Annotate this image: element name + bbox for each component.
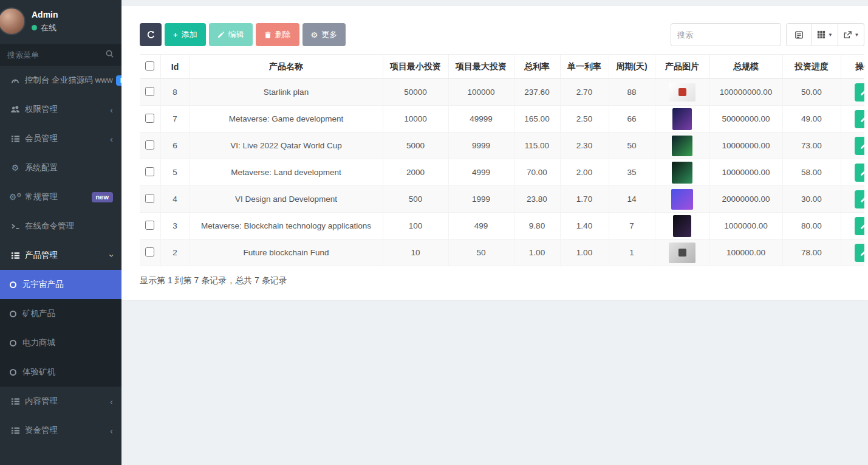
delete-button[interactable]: 删除 — [256, 23, 299, 46]
add-button[interactable]: +添加 — [165, 23, 206, 46]
column-header-id[interactable]: Id — [160, 55, 190, 79]
user-name: Admin — [32, 10, 58, 19]
row-checkbox[interactable] — [145, 221, 154, 230]
cell-progress: 58.00 — [782, 159, 841, 186]
sidebar-item-products[interactable]: 产品管理 ‹ — [0, 241, 121, 270]
common-search-button[interactable] — [786, 23, 812, 46]
table-row[interactable]: 4 VI Design and Development 500 1999 23.… — [140, 186, 864, 213]
row-checkbox[interactable] — [145, 194, 154, 203]
cell-progress: 50.00 — [782, 79, 841, 106]
toolbar: +添加 编辑 删除 ⚙更多 — [140, 23, 864, 46]
cell-progress: 49.00 — [782, 106, 841, 133]
columns-button[interactable]: ▼ — [812, 23, 838, 46]
more-button[interactable]: ⚙更多 — [302, 23, 346, 46]
sidebar-item-system-config[interactable]: ⚙ 系统配置 — [0, 153, 121, 182]
table-row[interactable]: 3 Metaverse: Blockchain technology appli… — [140, 213, 864, 239]
table-search-input[interactable] — [671, 23, 781, 46]
cell-single-rate: 1.70 — [560, 186, 609, 213]
sidebar-item-funds[interactable]: 资金管理 ‹ — [0, 416, 121, 445]
product-image[interactable] — [669, 243, 695, 263]
grid-icon — [817, 30, 825, 39]
column-header-total-rate[interactable]: 总利率 — [514, 55, 560, 79]
sidebar-item-power-mall[interactable]: 电力商城 — [0, 328, 121, 357]
cell-progress: 78.00 — [782, 239, 841, 266]
row-edit-button[interactable] — [855, 190, 864, 208]
row-edit-button[interactable] — [855, 110, 864, 128]
cell-single-rate: 1.00 — [560, 239, 609, 266]
table-row[interactable]: 7 Metaverse: Game development 10000 4999… — [140, 106, 864, 133]
table-row[interactable]: 6 VI: Live 2022 Qatar World Cup 5000 999… — [140, 133, 864, 159]
row-checkbox[interactable] — [145, 140, 154, 150]
cell-max-invest: 4999 — [448, 159, 514, 186]
cell-id: 3 — [160, 213, 190, 239]
row-checkbox[interactable] — [145, 114, 154, 123]
list-icon — [9, 397, 22, 406]
select-all-checkbox[interactable] — [145, 61, 154, 71]
column-header-max-invest[interactable]: 项目最大投资 — [448, 55, 514, 79]
row-edit-button[interactable] — [855, 217, 864, 235]
sidebar-item-online-command[interactable]: 在线命令管理 — [0, 212, 121, 241]
export-button[interactable]: ▼ — [838, 23, 864, 46]
caret-down-icon: ▼ — [855, 32, 859, 38]
sidebar-item-metaverse-products[interactable]: 元宇宙产品 — [0, 270, 121, 299]
cell-total-rate: 115.00 — [514, 133, 560, 159]
product-image[interactable] — [669, 83, 695, 102]
product-image[interactable] — [672, 108, 692, 130]
row-edit-button[interactable] — [855, 137, 864, 155]
product-image[interactable] — [671, 189, 693, 210]
cell-operate — [841, 239, 864, 266]
cell-progress: 73.00 — [782, 133, 841, 159]
menu-search-input[interactable] — [0, 50, 97, 60]
column-header-min-invest[interactable]: 项目最小投资 — [383, 55, 448, 79]
table-row[interactable]: 2 Future blockchain Fund 10 50 1.00 1.00… — [140, 239, 864, 266]
cell-product-name: Future blockchain Fund — [190, 239, 383, 266]
sidebar-item-general[interactable]: ⚙⚙ 常规管理 new — [0, 182, 121, 212]
column-header-single-rate[interactable]: 单一利率 — [560, 55, 609, 79]
product-image[interactable] — [673, 215, 691, 237]
row-edit-button[interactable] — [855, 83, 864, 102]
product-image[interactable] — [672, 136, 692, 156]
sidebar-item-label: 系统配置 — [25, 162, 58, 173]
cell-period: 14 — [609, 186, 655, 213]
select-all-cell — [140, 55, 160, 79]
cell-min-invest: 5000 — [383, 133, 448, 159]
refresh-button[interactable] — [140, 23, 162, 46]
sidebar-item-dashboard[interactable]: 控制台 企业猫源码 www hot hac — [0, 66, 121, 95]
row-checkbox[interactable] — [145, 167, 154, 176]
row-edit-button[interactable] — [855, 244, 864, 262]
column-header-period[interactable]: 周期(天) — [609, 55, 655, 79]
avatar[interactable] — [0, 7, 26, 35]
row-edit-button[interactable] — [855, 164, 864, 182]
column-header-scale[interactable]: 总规模 — [709, 55, 782, 79]
column-header-operate: 操作 — [841, 55, 864, 79]
sidebar-item-label: 资金管理 — [25, 425, 58, 436]
hot-badge: hot — [116, 75, 121, 86]
records-summary: 显示第 1 到第 7 条记录，总共 7 条记录 — [140, 275, 864, 286]
sidebar-item-trial-miner[interactable]: 体验矿机 — [0, 357, 121, 387]
cell-progress: 30.00 — [782, 186, 841, 213]
chevron-left-icon: ‹ — [110, 105, 113, 114]
edit-button[interactable]: 编辑 — [209, 23, 253, 46]
column-header-progress[interactable]: 投资进度 — [782, 55, 841, 79]
sidebar-item-content[interactable]: 内容管理 ‹ — [0, 387, 121, 416]
cell-max-invest: 50 — [448, 239, 514, 266]
sidebar-item-miner-products[interactable]: 矿机产品 — [0, 299, 121, 328]
cell-total-rate: 1.00 — [514, 239, 560, 266]
sidebar-item-members[interactable]: 会员管理 ‹ — [0, 124, 121, 153]
search-icon — [105, 49, 114, 58]
table-row[interactable]: 8 Starlink plan 50000 100000 237.60 2.70… — [140, 79, 864, 106]
row-checkbox[interactable] — [145, 87, 154, 96]
row-checkbox[interactable] — [145, 247, 154, 257]
product-image[interactable] — [672, 162, 692, 184]
cogs-icon: ⚙⚙ — [9, 193, 22, 201]
refresh-icon — [146, 30, 155, 40]
cell-product-name: Metaverse: Land development — [190, 159, 383, 186]
cell-operate — [841, 213, 864, 239]
cell-product-image — [655, 106, 709, 133]
column-header-name[interactable]: 产品名称 — [190, 55, 383, 79]
products-submenu: 元宇宙产品 矿机产品 电力商城 体验矿机 — [0, 270, 121, 387]
sidebar-item-label: 矿机产品 — [22, 308, 55, 319]
sidebar-item-permissions[interactable]: 权限管理 ‹ — [0, 95, 121, 124]
circle-icon — [10, 311, 16, 317]
table-row[interactable]: 5 Metaverse: Land development 2000 4999 … — [140, 159, 864, 186]
